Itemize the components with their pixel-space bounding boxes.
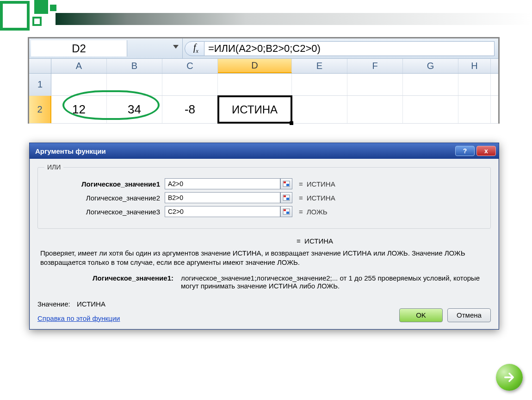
function-arguments-dialog: Аргументы функции ? x ИЛИ Логическое_зна…	[29, 143, 499, 330]
argument-input-1[interactable]	[165, 178, 280, 189]
dialog-title: Аргументы функции	[35, 147, 106, 155]
collapse-dialog-button-2[interactable]	[280, 192, 292, 203]
collapse-dialog-button-1[interactable]	[280, 178, 292, 189]
svg-rect-4	[284, 195, 286, 197]
column-header-E[interactable]: E	[292, 59, 347, 73]
name-box[interactable]: D2	[31, 40, 127, 56]
svg-rect-5	[286, 198, 289, 200]
insert-function-button[interactable]: fx	[185, 41, 204, 56]
argument-row-2: Логическое_значение2 = ИСТИНА	[44, 192, 484, 203]
argument-row-1: Логическое_значение1 = ИСТИНА	[44, 178, 484, 189]
argument-result-2: ИСТИНА	[307, 194, 335, 202]
grid-row-2: 2 12 34 -8 ИСТИНА	[29, 96, 498, 124]
equals-sign: =	[292, 208, 307, 216]
argument-result-3: ЛОЖЬ	[307, 208, 328, 216]
column-header-A[interactable]: A	[51, 59, 107, 73]
function-overall-result: = ИСТИНА	[297, 237, 491, 245]
range-selector-icon	[283, 194, 290, 201]
next-slide-button[interactable]	[496, 364, 523, 391]
svg-rect-2	[286, 184, 289, 186]
formula-input[interactable]: =ИЛИ(A2>0;B2>0;C2>0)	[204, 41, 495, 56]
cell-B1[interactable]	[107, 74, 162, 95]
formula-bar: D2 fx =ИЛИ(A2>0;B2>0;C2>0)	[29, 38, 498, 59]
cell-G2[interactable]	[403, 96, 458, 123]
equals-sign: =	[292, 180, 307, 188]
argument-description-label: Логическое_значение1:	[74, 274, 181, 290]
cell-A2[interactable]: 12	[51, 96, 107, 123]
column-header-D[interactable]: D	[218, 59, 292, 73]
fx-icon: fx	[193, 42, 198, 55]
column-header-row: A B C D E F G H	[29, 59, 498, 74]
excel-window: D2 fx =ИЛИ(A2>0;B2>0;C2>0) A B C D E F G…	[28, 37, 500, 124]
argument-label-1: Логическое_значение1	[44, 180, 165, 188]
cell-E2[interactable]	[292, 96, 347, 123]
cell-B2[interactable]: 34	[107, 96, 162, 123]
dialog-help-button[interactable]: ?	[455, 146, 475, 156]
value-label: Значение:	[37, 300, 70, 308]
argument-input-2[interactable]	[165, 192, 280, 203]
column-header-H[interactable]: H	[458, 59, 491, 73]
column-header-B[interactable]: B	[107, 59, 162, 73]
function-help-link[interactable]: Справка по этой функции	[37, 314, 120, 322]
svg-rect-8	[286, 212, 289, 214]
chevron-down-icon	[173, 45, 179, 49]
row-header-1[interactable]: 1	[29, 74, 51, 95]
cell-H2[interactable]	[458, 96, 491, 123]
column-header-F[interactable]: F	[347, 59, 403, 73]
range-selector-icon	[283, 181, 290, 187]
cell-F1[interactable]	[347, 74, 403, 95]
argument-input-3[interactable]	[165, 206, 280, 217]
cell-D2-selected[interactable]: ИСТИНА	[218, 96, 292, 123]
argument-row-3: Логическое_значение3 = ЛОЖЬ	[44, 206, 484, 217]
cell-C1[interactable]	[162, 74, 218, 95]
dialog-close-button[interactable]: x	[476, 146, 496, 156]
column-header-G[interactable]: G	[403, 59, 458, 73]
ok-button[interactable]: OK	[399, 308, 443, 322]
close-icon: x	[484, 147, 488, 155]
function-description: Проверяет, имеет ли хотя бы один из аргу…	[40, 249, 488, 268]
name-box-dropdown[interactable]	[127, 38, 183, 58]
cancel-button[interactable]: Отмена	[447, 308, 491, 322]
argument-description: Логическое_значение1: логическое_значени…	[74, 274, 488, 290]
argument-label-3: Логическое_значение3	[44, 208, 165, 216]
cell-C2[interactable]: -8	[162, 96, 218, 123]
svg-rect-7	[284, 209, 286, 211]
svg-rect-1	[284, 181, 286, 183]
help-icon: ?	[463, 147, 467, 155]
equals-sign: =	[292, 194, 307, 202]
function-name-legend: ИЛИ	[44, 163, 63, 171]
column-header-C[interactable]: C	[162, 59, 218, 73]
argument-result-1: ИСТИНА	[307, 180, 335, 188]
cell-H1[interactable]	[458, 74, 491, 95]
cell-A1[interactable]	[51, 74, 107, 95]
select-all-corner[interactable]	[29, 59, 51, 73]
arrow-right-icon	[503, 371, 516, 384]
argument-description-text: логическое_значение1;логическое_значение…	[181, 274, 488, 290]
cell-G1[interactable]	[403, 74, 458, 95]
grid-row-1: 1	[29, 74, 498, 96]
cell-D1[interactable]	[218, 74, 292, 95]
cell-F2[interactable]	[347, 96, 403, 123]
row-header-2[interactable]: 2	[29, 96, 51, 123]
function-fieldset: ИЛИ Логическое_значение1 = ИСТИНА Логиче…	[37, 163, 491, 229]
slide-decoration	[0, 0, 532, 32]
value-result: ИСТИНА	[77, 300, 105, 308]
argument-label-2: Логическое_значение2	[44, 194, 165, 202]
range-selector-icon	[283, 208, 290, 215]
collapse-dialog-button-3[interactable]	[280, 206, 292, 217]
dialog-titlebar[interactable]: Аргументы функции ? x	[30, 143, 499, 159]
cell-E1[interactable]	[292, 74, 347, 95]
